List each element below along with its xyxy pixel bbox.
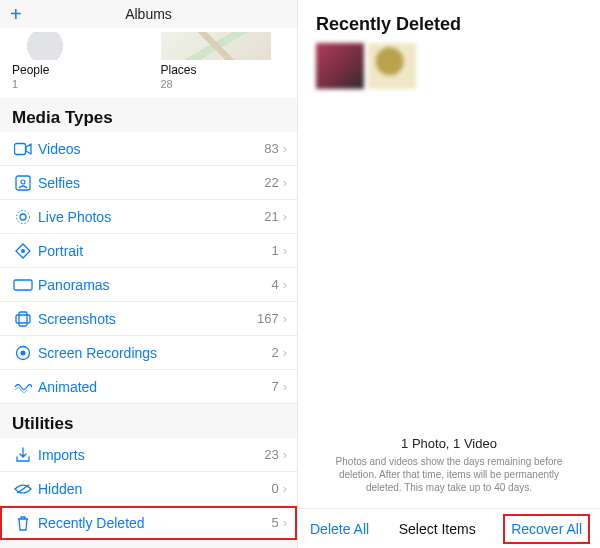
media-type-row[interactable]: Portrait1›: [0, 234, 297, 268]
select-items-button[interactable]: Select Items: [399, 521, 476, 537]
svg-point-3: [20, 214, 26, 220]
selfies-icon: [12, 175, 34, 191]
deleted-grid: [298, 43, 600, 89]
row-label: Videos: [34, 141, 264, 157]
svg-point-2: [21, 180, 25, 184]
media-types-header: Media Types: [0, 98, 297, 132]
utility-row[interactable]: Hidden0›: [0, 472, 297, 506]
places-thumb: [161, 32, 271, 60]
chevron-right-icon: ›: [283, 141, 287, 156]
svg-point-10: [21, 350, 26, 355]
deleted-item[interactable]: [368, 43, 416, 89]
album-label: Places: [161, 63, 298, 77]
footer-info: 1 Photo, 1 Video Photos and videos show …: [298, 436, 600, 494]
album-count: 28: [161, 78, 298, 90]
svg-rect-6: [14, 280, 32, 290]
utility-row[interactable]: Recently Deleted5›: [0, 506, 297, 540]
row-label: Live Photos: [34, 209, 264, 225]
svg-rect-7: [19, 312, 27, 326]
row-label: Portrait: [34, 243, 271, 259]
album-tiles: People 1 Places 28: [0, 28, 297, 98]
media-type-row[interactable]: Videos83›: [0, 132, 297, 166]
panoramas-icon: [12, 279, 34, 291]
chevron-right-icon: ›: [283, 345, 287, 360]
chevron-right-icon: ›: [283, 447, 287, 462]
chevron-right-icon: ›: [283, 175, 287, 190]
recently-deleted-panel: Recently Deleted 1 Photo, 1 Video Photos…: [298, 0, 600, 548]
row-label: Screenshots: [34, 311, 257, 327]
chevron-right-icon: ›: [283, 277, 287, 292]
chevron-right-icon: ›: [283, 481, 287, 496]
deletion-description: Photos and videos show the days remainin…: [320, 455, 578, 494]
page-title: Recently Deleted: [298, 0, 600, 43]
media-type-row[interactable]: Animated7›: [0, 370, 297, 404]
trash-icon: [12, 515, 34, 531]
media-type-row[interactable]: Screenshots167›: [0, 302, 297, 336]
row-count: 0: [271, 481, 282, 496]
hidden-icon: [12, 483, 34, 495]
row-count: 2: [271, 345, 282, 360]
delete-all-button[interactable]: Delete All: [310, 521, 369, 537]
item-summary: 1 Photo, 1 Video: [320, 436, 578, 451]
svg-rect-8: [16, 315, 30, 323]
album-places[interactable]: Places 28: [149, 32, 298, 90]
portrait-icon: [12, 243, 34, 259]
media-type-row[interactable]: Panoramas4›: [0, 268, 297, 302]
album-count: 1: [12, 78, 149, 90]
svg-rect-1: [16, 176, 30, 190]
row-count: 5: [271, 515, 282, 530]
video-icon: [12, 142, 34, 156]
svg-point-4: [17, 210, 30, 223]
row-count: 1: [271, 243, 282, 258]
row-count: 23: [264, 447, 282, 462]
nav-title: Albums: [125, 6, 172, 22]
deleted-item[interactable]: [316, 43, 364, 89]
row-count: 21: [264, 209, 282, 224]
utilities-list: Imports23›Hidden0›Recently Deleted5›: [0, 438, 297, 540]
album-people[interactable]: People 1: [0, 32, 149, 90]
row-label: Selfies: [34, 175, 264, 191]
imports-icon: [12, 447, 34, 463]
bottom-toolbar: Delete All Select Items Recover All: [298, 508, 600, 548]
media-types-list: Videos83›Selfies22›Live Photos21›Portrai…: [0, 132, 297, 404]
row-count: 7: [271, 379, 282, 394]
chevron-right-icon: ›: [283, 243, 287, 258]
recover-all-button[interactable]: Recover All: [511, 521, 582, 537]
add-album-button[interactable]: +: [10, 5, 22, 23]
row-label: Imports: [34, 447, 264, 463]
albums-panel: + Albums People 1 Places 28 Media Types …: [0, 0, 298, 548]
utilities-header: Utilities: [0, 404, 297, 438]
chevron-right-icon: ›: [283, 311, 287, 326]
chevron-right-icon: ›: [283, 209, 287, 224]
recover-all-highlight: Recover All: [505, 516, 588, 542]
nav-bar: + Albums: [0, 0, 297, 28]
media-type-row[interactable]: Selfies22›: [0, 166, 297, 200]
row-count: 22: [264, 175, 282, 190]
row-label: Panoramas: [34, 277, 271, 293]
utility-row[interactable]: Imports23›: [0, 438, 297, 472]
people-thumb: [12, 32, 122, 60]
screenshots-icon: [12, 311, 34, 327]
media-type-row[interactable]: Screen Recordings2›: [0, 336, 297, 370]
row-count: 83: [264, 141, 282, 156]
chevron-right-icon: ›: [283, 515, 287, 530]
livephotos-icon: [12, 209, 34, 225]
screenrec-icon: [12, 345, 34, 361]
media-type-row[interactable]: Live Photos21›: [0, 200, 297, 234]
row-label: Recently Deleted: [34, 515, 271, 531]
row-label: Animated: [34, 379, 271, 395]
row-label: Screen Recordings: [34, 345, 271, 361]
row-count: 4: [271, 277, 282, 292]
animated-icon: [12, 380, 34, 394]
row-count: 167: [257, 311, 283, 326]
svg-point-5: [21, 249, 25, 253]
chevron-right-icon: ›: [283, 379, 287, 394]
svg-rect-0: [15, 143, 26, 154]
row-label: Hidden: [34, 481, 271, 497]
album-label: People: [12, 63, 149, 77]
